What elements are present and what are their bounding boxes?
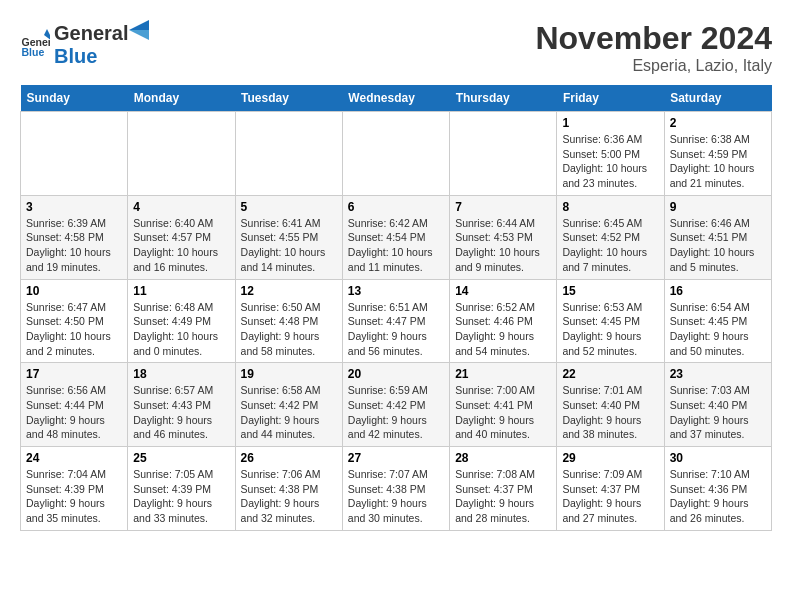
day-info: Sunrise: 7:08 AMSunset: 4:37 PMDaylight:…	[455, 467, 551, 526]
logo: General Blue General Blue	[20, 20, 149, 68]
day-number: 30	[670, 451, 766, 465]
calendar-cell: 23Sunrise: 7:03 AMSunset: 4:40 PMDayligh…	[664, 363, 771, 447]
day-info: Sunrise: 6:59 AMSunset: 4:42 PMDaylight:…	[348, 383, 444, 442]
calendar-cell: 16Sunrise: 6:54 AMSunset: 4:45 PMDayligh…	[664, 279, 771, 363]
calendar-cell: 6Sunrise: 6:42 AMSunset: 4:54 PMDaylight…	[342, 195, 449, 279]
weekday-header-tuesday: Tuesday	[235, 85, 342, 112]
day-info: Sunrise: 6:53 AMSunset: 4:45 PMDaylight:…	[562, 300, 658, 359]
day-info: Sunrise: 6:41 AMSunset: 4:55 PMDaylight:…	[241, 216, 337, 275]
day-number: 20	[348, 367, 444, 381]
day-info: Sunrise: 7:07 AMSunset: 4:38 PMDaylight:…	[348, 467, 444, 526]
day-info: Sunrise: 7:09 AMSunset: 4:37 PMDaylight:…	[562, 467, 658, 526]
day-info: Sunrise: 7:10 AMSunset: 4:36 PMDaylight:…	[670, 467, 766, 526]
day-number: 19	[241, 367, 337, 381]
calendar-cell: 9Sunrise: 6:46 AMSunset: 4:51 PMDaylight…	[664, 195, 771, 279]
day-info: Sunrise: 6:57 AMSunset: 4:43 PMDaylight:…	[133, 383, 229, 442]
day-info: Sunrise: 6:56 AMSunset: 4:44 PMDaylight:…	[26, 383, 122, 442]
day-info: Sunrise: 7:03 AMSunset: 4:40 PMDaylight:…	[670, 383, 766, 442]
calendar-cell: 7Sunrise: 6:44 AMSunset: 4:53 PMDaylight…	[450, 195, 557, 279]
day-number: 6	[348, 200, 444, 214]
day-number: 18	[133, 367, 229, 381]
day-number: 5	[241, 200, 337, 214]
calendar-week-row: 10Sunrise: 6:47 AMSunset: 4:50 PMDayligh…	[21, 279, 772, 363]
calendar-cell: 11Sunrise: 6:48 AMSunset: 4:49 PMDayligh…	[128, 279, 235, 363]
day-number: 24	[26, 451, 122, 465]
day-number: 17	[26, 367, 122, 381]
calendar-cell: 12Sunrise: 6:50 AMSunset: 4:48 PMDayligh…	[235, 279, 342, 363]
day-number: 3	[26, 200, 122, 214]
day-info: Sunrise: 6:40 AMSunset: 4:57 PMDaylight:…	[133, 216, 229, 275]
day-number: 16	[670, 284, 766, 298]
weekday-header-thursday: Thursday	[450, 85, 557, 112]
day-info: Sunrise: 6:50 AMSunset: 4:48 PMDaylight:…	[241, 300, 337, 359]
day-info: Sunrise: 7:04 AMSunset: 4:39 PMDaylight:…	[26, 467, 122, 526]
calendar-cell: 22Sunrise: 7:01 AMSunset: 4:40 PMDayligh…	[557, 363, 664, 447]
month-title: November 2024	[535, 20, 772, 57]
calendar-body: 1Sunrise: 6:36 AMSunset: 5:00 PMDaylight…	[21, 112, 772, 531]
day-info: Sunrise: 7:06 AMSunset: 4:38 PMDaylight:…	[241, 467, 337, 526]
day-number: 22	[562, 367, 658, 381]
calendar-cell: 14Sunrise: 6:52 AMSunset: 4:46 PMDayligh…	[450, 279, 557, 363]
location-subtitle: Esperia, Lazio, Italy	[535, 57, 772, 75]
weekday-header-wednesday: Wednesday	[342, 85, 449, 112]
day-info: Sunrise: 6:46 AMSunset: 4:51 PMDaylight:…	[670, 216, 766, 275]
calendar-cell: 29Sunrise: 7:09 AMSunset: 4:37 PMDayligh…	[557, 447, 664, 531]
calendar-cell: 20Sunrise: 6:59 AMSunset: 4:42 PMDayligh…	[342, 363, 449, 447]
calendar-table: SundayMondayTuesdayWednesdayThursdayFrid…	[20, 85, 772, 531]
calendar-cell: 3Sunrise: 6:39 AMSunset: 4:58 PMDaylight…	[21, 195, 128, 279]
calendar-cell: 24Sunrise: 7:04 AMSunset: 4:39 PMDayligh…	[21, 447, 128, 531]
calendar-cell: 13Sunrise: 6:51 AMSunset: 4:47 PMDayligh…	[342, 279, 449, 363]
calendar-cell: 4Sunrise: 6:40 AMSunset: 4:57 PMDaylight…	[128, 195, 235, 279]
page-header: General Blue General Blue November 2024 …	[20, 20, 772, 75]
calendar-cell	[450, 112, 557, 196]
day-number: 28	[455, 451, 551, 465]
calendar-cell: 2Sunrise: 6:38 AMSunset: 4:59 PMDaylight…	[664, 112, 771, 196]
day-info: Sunrise: 7:00 AMSunset: 4:41 PMDaylight:…	[455, 383, 551, 442]
day-number: 26	[241, 451, 337, 465]
day-info: Sunrise: 6:36 AMSunset: 5:00 PMDaylight:…	[562, 132, 658, 191]
calendar-week-row: 17Sunrise: 6:56 AMSunset: 4:44 PMDayligh…	[21, 363, 772, 447]
calendar-cell: 8Sunrise: 6:45 AMSunset: 4:52 PMDaylight…	[557, 195, 664, 279]
day-number: 21	[455, 367, 551, 381]
day-info: Sunrise: 6:58 AMSunset: 4:42 PMDaylight:…	[241, 383, 337, 442]
weekday-header-monday: Monday	[128, 85, 235, 112]
svg-text:Blue: Blue	[22, 46, 45, 58]
day-number: 12	[241, 284, 337, 298]
calendar-week-row: 1Sunrise: 6:36 AMSunset: 5:00 PMDaylight…	[21, 112, 772, 196]
svg-marker-4	[129, 20, 149, 30]
day-number: 4	[133, 200, 229, 214]
calendar-cell	[235, 112, 342, 196]
calendar-cell: 30Sunrise: 7:10 AMSunset: 4:36 PMDayligh…	[664, 447, 771, 531]
day-info: Sunrise: 6:52 AMSunset: 4:46 PMDaylight:…	[455, 300, 551, 359]
title-block: November 2024 Esperia, Lazio, Italy	[535, 20, 772, 75]
logo-triangle	[129, 20, 149, 40]
day-info: Sunrise: 6:44 AMSunset: 4:53 PMDaylight:…	[455, 216, 551, 275]
calendar-header: SundayMondayTuesdayWednesdayThursdayFrid…	[21, 85, 772, 112]
day-number: 11	[133, 284, 229, 298]
svg-marker-2	[44, 29, 50, 35]
calendar-cell	[342, 112, 449, 196]
calendar-week-row: 24Sunrise: 7:04 AMSunset: 4:39 PMDayligh…	[21, 447, 772, 531]
day-number: 25	[133, 451, 229, 465]
day-number: 10	[26, 284, 122, 298]
svg-marker-5	[129, 30, 149, 40]
day-number: 29	[562, 451, 658, 465]
calendar-cell: 27Sunrise: 7:07 AMSunset: 4:38 PMDayligh…	[342, 447, 449, 531]
weekday-header-row: SundayMondayTuesdayWednesdayThursdayFrid…	[21, 85, 772, 112]
day-info: Sunrise: 7:05 AMSunset: 4:39 PMDaylight:…	[133, 467, 229, 526]
calendar-cell: 15Sunrise: 6:53 AMSunset: 4:45 PMDayligh…	[557, 279, 664, 363]
logo-icon: General Blue	[20, 29, 50, 59]
day-number: 9	[670, 200, 766, 214]
calendar-cell: 17Sunrise: 6:56 AMSunset: 4:44 PMDayligh…	[21, 363, 128, 447]
day-info: Sunrise: 6:45 AMSunset: 4:52 PMDaylight:…	[562, 216, 658, 275]
weekday-header-saturday: Saturday	[664, 85, 771, 112]
calendar-cell: 25Sunrise: 7:05 AMSunset: 4:39 PMDayligh…	[128, 447, 235, 531]
day-info: Sunrise: 6:47 AMSunset: 4:50 PMDaylight:…	[26, 300, 122, 359]
calendar-cell: 21Sunrise: 7:00 AMSunset: 4:41 PMDayligh…	[450, 363, 557, 447]
day-info: Sunrise: 6:39 AMSunset: 4:58 PMDaylight:…	[26, 216, 122, 275]
day-info: Sunrise: 6:38 AMSunset: 4:59 PMDaylight:…	[670, 132, 766, 191]
day-number: 14	[455, 284, 551, 298]
calendar-cell: 10Sunrise: 6:47 AMSunset: 4:50 PMDayligh…	[21, 279, 128, 363]
day-info: Sunrise: 6:48 AMSunset: 4:49 PMDaylight:…	[133, 300, 229, 359]
calendar-week-row: 3Sunrise: 6:39 AMSunset: 4:58 PMDaylight…	[21, 195, 772, 279]
